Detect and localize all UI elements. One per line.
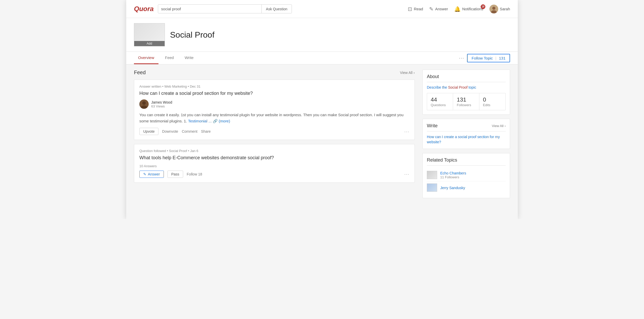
feed-view-all[interactable]: View All ›	[400, 71, 415, 75]
chevron-right-icon-write: ›	[505, 124, 506, 128]
related-topic-followers: 11 Followers	[440, 175, 466, 179]
tabs-bar: Overview Feed Write ··· Follow Topic | 1…	[126, 52, 518, 64]
feed-item-answers: 10 Answers	[139, 164, 409, 168]
header: Quora Ask Question ⊡ Read ✎ Answer 🔔 Not…	[126, 0, 518, 18]
feed-item-body: You can create it easily. 1st you can in…	[139, 112, 409, 124]
answer-button[interactable]: ✎ Answer	[139, 171, 164, 178]
share-button[interactable]: Share	[201, 129, 210, 133]
author-row: James Wood 63 Views	[139, 99, 409, 109]
related-item: Echo Chambers 11 Followers	[427, 169, 506, 181]
follow-count: 18	[198, 172, 202, 176]
nav-user[interactable]: Sarah	[489, 5, 510, 13]
feed-section: Feed View All › Answer written • Web Mar…	[134, 70, 415, 214]
related-topic-info-2: Jerry Sandusky	[440, 186, 465, 190]
tab-write[interactable]: Write	[181, 52, 198, 64]
feed-item-question[interactable]: What tools help E-Commerce websites demo…	[139, 155, 409, 161]
write-question-link[interactable]: How can I create a social proof section …	[427, 135, 500, 144]
tab-feed[interactable]: Feed	[161, 52, 178, 64]
quora-logo[interactable]: Quora	[134, 5, 154, 13]
describe-highlight-text: Social Proof	[448, 85, 467, 89]
more-options-button[interactable]: ···	[456, 54, 467, 62]
stat-questions: 44 Questions	[427, 93, 453, 110]
upvote-button[interactable]: Upvote	[139, 128, 158, 135]
topic-header: Add Social Proof	[126, 18, 518, 52]
add-image-button[interactable]: Add	[134, 41, 165, 46]
related-item: Jerry Sandusky	[427, 181, 506, 194]
nav-answer[interactable]: ✎ Answer	[429, 6, 448, 12]
feed-title: Feed	[134, 70, 146, 75]
nav-read-label: Read	[414, 7, 423, 11]
stat-edits: 0 Edits	[479, 93, 505, 110]
item-more-button[interactable]: ···	[404, 129, 409, 135]
more-link[interactable]: (more)	[219, 119, 230, 123]
write-card: Write Write View All › How can I create …	[422, 119, 510, 149]
follow-topic-button[interactable]: Follow Topic | 131	[467, 54, 510, 62]
main-content: Feed View All › Answer written • Web Mar…	[126, 64, 518, 219]
related-topic-image-2	[427, 183, 437, 192]
related-topic-info: Echo Chambers 11 Followers	[440, 171, 466, 179]
questions-count: 44	[431, 96, 449, 103]
topic-title: Social Proof	[170, 30, 215, 40]
follow-divider: |	[495, 56, 496, 60]
downvote-button[interactable]: Downvote	[162, 129, 178, 133]
svg-point-1	[492, 7, 495, 10]
svg-point-4	[142, 101, 146, 105]
followers-label: Followers	[457, 103, 475, 107]
describe-topic-suffix: topic	[469, 85, 476, 89]
nav-read[interactable]: ⊡ Read	[408, 6, 423, 12]
related-topics-title: Related Topics	[427, 157, 506, 166]
describe-link[interactable]: Describe the Social Proof topic	[427, 85, 506, 89]
author-avatar	[139, 99, 149, 109]
about-card: About Describe the Social Proof topic 44…	[422, 70, 510, 115]
describe-prefix: Describe the	[427, 85, 447, 89]
edits-label: Edits	[483, 103, 502, 107]
nav-notifications-label: Notifications	[462, 7, 483, 11]
feed-item-meta: Answer written • Web Marketing • Dec 31	[139, 85, 409, 88]
pencil-icon: ✎	[143, 172, 146, 176]
follow-topic-count: 131	[499, 56, 505, 60]
follow-button[interactable]: Follow 18	[187, 172, 202, 176]
related-topic-name[interactable]: Echo Chambers	[440, 171, 466, 175]
author-name[interactable]: James Wood	[151, 100, 172, 104]
notification-badge: 18	[481, 4, 485, 9]
write-view-all[interactable]: Write View All ›	[492, 124, 506, 128]
feed-header: Feed View All ›	[134, 70, 415, 75]
read-icon: ⊡	[408, 6, 412, 12]
testimonial-link[interactable]: Testimonial ... 🔗	[188, 119, 218, 123]
stat-followers: 131 Followers	[453, 93, 479, 110]
about-title: About	[427, 74, 506, 82]
feed-actions: Upvote Downvote Comment Share ···	[139, 128, 409, 135]
feed-item: Answer written • Web Marketing • Dec 31 …	[134, 80, 415, 140]
stats-grid: 44 Questions 131 Followers 0 Edits	[427, 93, 506, 110]
user-name-label: Sarah	[500, 7, 510, 11]
sidebar: About Describe the Social Proof topic 44…	[422, 70, 510, 214]
feed-item: Question followed • Social Proof • Jan 6…	[134, 144, 415, 182]
write-header: Write Write View All ›	[427, 123, 506, 131]
author-info: James Wood 63 Views	[151, 100, 172, 108]
related-topic-name-2[interactable]: Jerry Sandusky	[440, 186, 465, 190]
topic-image: Add	[134, 23, 165, 46]
comment-button[interactable]: Comment	[182, 129, 198, 133]
notifications-icon: 🔔	[454, 6, 461, 12]
author-views: 63 Views	[151, 104, 172, 108]
search-input[interactable]	[158, 5, 262, 13]
feed-item-question[interactable]: How can I create a social proof section …	[139, 90, 409, 96]
ask-question-button[interactable]: Ask Question	[261, 5, 291, 13]
feed-item-meta: Question followed • Social Proof • Jan 6	[139, 149, 409, 153]
nav-notifications[interactable]: 🔔 Notifications 18	[454, 6, 483, 12]
item-more-button-2[interactable]: ···	[404, 171, 409, 177]
related-topics-card: Related Topics Echo Chambers 11 Follower…	[422, 153, 510, 198]
chevron-right-icon: ›	[413, 71, 415, 75]
edits-count: 0	[483, 96, 502, 103]
view-all-label: View All	[492, 124, 503, 128]
followers-count: 131	[457, 96, 475, 103]
avatar	[489, 5, 498, 13]
nav-answer-label: Answer	[435, 7, 448, 11]
pass-button[interactable]: Pass	[167, 171, 183, 178]
questions-label: Questions	[431, 103, 449, 107]
search-bar: Ask Question	[158, 4, 292, 13]
feed-actions-2: ✎ Answer Pass Follow 18 ···	[139, 171, 409, 178]
answer-icon: ✎	[429, 6, 434, 12]
related-topic-image	[427, 171, 437, 179]
tab-overview[interactable]: Overview	[134, 52, 158, 64]
